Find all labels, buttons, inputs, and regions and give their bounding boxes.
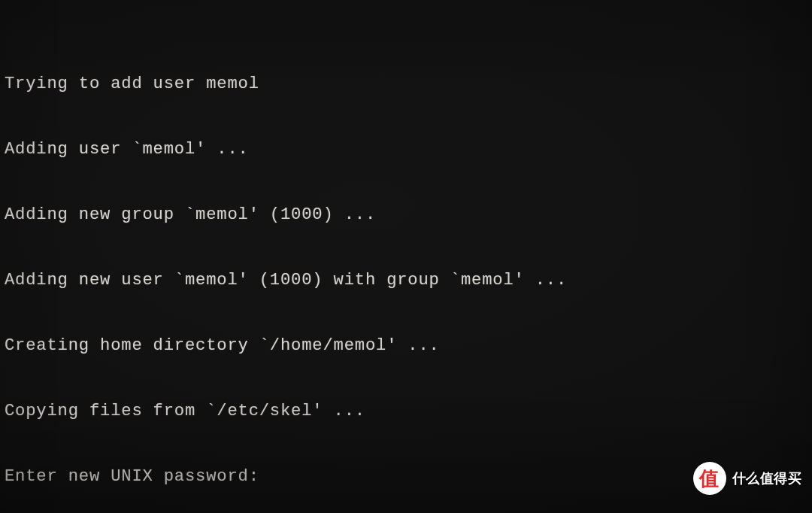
terminal-line: Trying to add user memol: [5, 73, 807, 95]
terminal-line: Enter new UNIX password:: [5, 466, 807, 487]
terminal-line: Copying files from `/etc/skel' ...: [5, 400, 807, 422]
terminal-line: Adding user `memol' ...: [5, 138, 807, 160]
terminal-line: Adding new group `memol' (1000) ...: [5, 204, 807, 226]
terminal-line: Adding new user `memol' (1000) with grou…: [5, 269, 807, 291]
terminal-line: Creating home directory `/home/memol' ..…: [5, 335, 807, 357]
terminal-screen[interactable]: Trying to add user memol Adding user `me…: [0, 0, 812, 513]
